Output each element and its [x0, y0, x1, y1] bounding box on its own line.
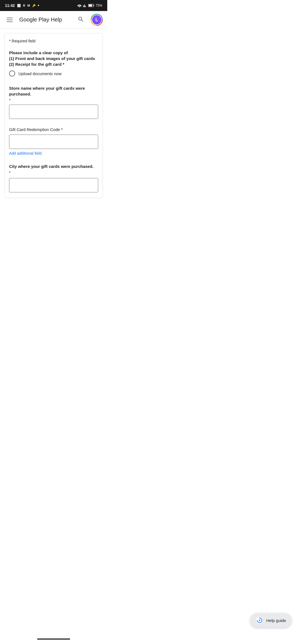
city-label: City where your gift cards were purchase…: [9, 163, 98, 169]
upload-radio[interactable]: [9, 70, 15, 77]
city-section: City where your gift cards were purchase…: [9, 163, 98, 192]
page-title: Google Play Help: [19, 17, 71, 23]
documents-item-1: (1) Front and back images of your gift c…: [9, 56, 95, 61]
redemption-code-label: Gift Card Redemption Code *: [9, 127, 98, 132]
battery-icon: [88, 4, 94, 7]
menu-button[interactable]: [4, 15, 15, 24]
ring-icon: ⬜: [17, 4, 21, 7]
city-input[interactable]: [9, 178, 98, 192]
dot-icon: •: [38, 3, 39, 8]
battery-percent: 75%: [96, 4, 102, 7]
svg-rect-2: [89, 4, 92, 6]
status-right: 75%: [77, 4, 102, 7]
redemption-code-input[interactable]: [9, 135, 98, 149]
add-additional-field-link[interactable]: Add additional field: [9, 151, 42, 155]
required-notice: * Required field: [9, 39, 98, 43]
search-button[interactable]: [75, 14, 86, 26]
store-name-section: Store name where your gift cards were pu…: [9, 85, 98, 119]
documents-title: Please include a clear copy of (1) Front…: [9, 50, 98, 67]
main-content: * Required field Please include a clear …: [0, 29, 107, 207]
gmail-icon: M: [28, 4, 30, 7]
key-icon: 🔑: [32, 4, 35, 7]
top-nav: Google Play Help L: [0, 11, 107, 29]
avatar-initial: L: [92, 15, 102, 25]
form-card: * Required field Please include a clear …: [4, 33, 103, 198]
upload-label: Upload documents now: [18, 71, 62, 76]
status-bar: 11:42 ⬜ R M 🔑 • 75%: [0, 0, 107, 11]
store-name-input[interactable]: [9, 105, 98, 119]
documents-item-2: (2) Receipt for the gift card *: [9, 62, 64, 67]
status-left: 11:42 ⬜ R M 🔑 •: [5, 3, 39, 8]
status-time: 11:42: [5, 3, 15, 8]
wifi-icon: [77, 4, 82, 7]
documents-section: Please include a clear copy of (1) Front…: [9, 50, 98, 77]
city-required: *: [9, 170, 98, 175]
signal-icon: [83, 4, 87, 7]
user-avatar[interactable]: L: [91, 14, 103, 26]
store-name-label: Store name where your gift cards were pu…: [9, 85, 98, 97]
upload-option[interactable]: Upload documents now: [9, 70, 98, 77]
store-name-required: *: [9, 98, 98, 102]
documents-label-main: Please include a clear copy of: [9, 50, 68, 55]
svg-rect-1: [94, 5, 94, 6]
search-icon: [78, 16, 84, 23]
redemption-code-section: Gift Card Redemption Code * Add addition…: [9, 127, 98, 156]
r-icon: R: [23, 4, 25, 7]
